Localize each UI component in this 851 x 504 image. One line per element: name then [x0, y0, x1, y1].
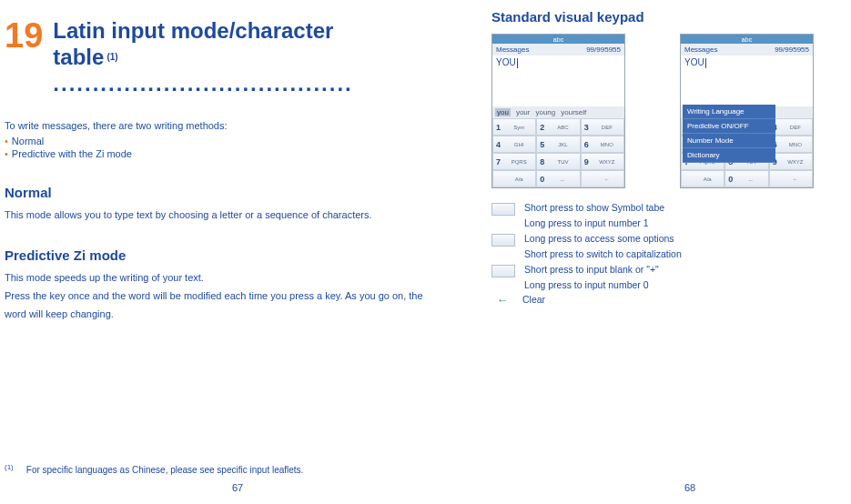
pred-2: your: [516, 108, 531, 116]
hint-1: Short press to show Symbol tabe: [524, 201, 664, 216]
keypad-screenshot-2: abc Messages 99/995955 YOU you your youn…: [680, 34, 814, 188]
menu-item-4: Dictionary: [683, 148, 775, 163]
pred-3: young: [535, 108, 555, 116]
section-pred-text2: Press the key once and the word will be …: [5, 287, 432, 324]
chapter-title-sup: (1): [106, 52, 117, 62]
bullet-item-1: •Normal: [5, 136, 432, 146]
keypad-key: 0⎵: [724, 170, 768, 187]
hint-3: Long press to access some options: [524, 232, 674, 247]
menu-item-2: Predictive ON/OFF: [683, 119, 775, 134]
page-number-left: 67: [232, 482, 243, 493]
chapter-number: 19: [5, 18, 43, 53]
menu-item-3: Number Mode: [683, 134, 775, 148]
bullet-item-2: •Predictive with the Zi mode: [5, 148, 432, 159]
section-pred-heading: Predictive Zi mode: [5, 247, 432, 263]
title-bar: Messages 99/995955: [492, 44, 624, 55]
bullet-label-2: Predictive with the Zi mode: [12, 148, 132, 159]
text-area-2: YOU: [681, 55, 813, 106]
keypad-key: 0⎵: [536, 170, 580, 187]
hint-key-1-icon: [491, 203, 515, 216]
keypad-key: 9WXYZ: [581, 153, 624, 170]
hint-5: Short press to input blank or "+": [524, 263, 659, 277]
section-pred-text1: This mode speeds up the writing of your …: [5, 270, 432, 286]
hint-2: Long press to input number 1: [524, 217, 649, 231]
text-area: YOU: [492, 55, 624, 106]
section-normal-text: This mode allows you to type text by cho…: [5, 207, 432, 223]
menu-item-1: Writing Language: [683, 105, 775, 119]
footnote: (1)For specific languages as Chinese, pl…: [5, 463, 303, 475]
title-bar-2: Messages 99/995955: [681, 44, 813, 55]
footnote-sup: (1): [5, 463, 14, 471]
hint-7: Clear: [522, 293, 545, 307]
char-counter: 99/995955: [586, 45, 621, 54]
right-heading: Standard visual keypad: [491, 9, 842, 25]
keypad-key: A/a: [492, 170, 536, 187]
prediction-bar: you your young yourself: [492, 106, 624, 118]
pred-4: yourself: [561, 108, 586, 116]
screen-title: Messages: [496, 45, 529, 54]
footnote-text: For specific languages as Chinese, pleas…: [26, 465, 304, 475]
keypad-key: 1Sym: [492, 118, 536, 136]
keypad-key: 2ABC: [536, 118, 580, 136]
keypad-key: 7PQRS: [492, 153, 536, 170]
status-bar-2: abc: [681, 35, 813, 44]
status-abc: abc: [553, 36, 563, 43]
hint-4: Short press to switch to capitalization: [524, 247, 682, 262]
keypad-key: A/a: [681, 170, 724, 187]
char-counter-2: 99/995955: [775, 45, 809, 54]
hint-6: Long press to input number 0: [524, 278, 649, 293]
hint-key-0-icon: [491, 265, 515, 277]
chapter-title-line1: Latin input mode/character: [53, 18, 333, 43]
section-normal-heading: Normal: [5, 185, 432, 200]
bullet-label-1: Normal: [12, 136, 44, 146]
keypad-key: ←: [769, 170, 813, 187]
keypad-key: 5JKL: [536, 136, 580, 153]
keypad-screenshot-1: abc Messages 99/995955 YOU you your youn…: [491, 34, 625, 188]
keypad-grid-1: 1Sym2ABC3DEF4GHI5JKL6MNO7PQRS8TUV9WXYZA/…: [492, 118, 624, 187]
keypad-key: 3DEF: [581, 118, 624, 136]
chapter-title-dots: ......................................: [53, 71, 352, 96]
keypad-key: 8TUV: [536, 153, 580, 170]
page-number-right: 68: [684, 482, 695, 493]
options-menu: Writing Language Predictive ON/OFF Numbe…: [683, 105, 775, 163]
hint-key-caps-icon: [491, 234, 515, 247]
key-hints: Short press to show Symbol tabe Long pre…: [491, 201, 842, 307]
intro-text: To write messages, there are two writing…: [5, 118, 432, 134]
status-abc-2: abc: [742, 36, 752, 43]
keypad-key: ←: [581, 170, 624, 187]
pred-1: you: [495, 108, 511, 116]
screen-title-2: Messages: [684, 45, 717, 54]
keypad-key: 4GHI: [492, 136, 536, 153]
hint-clear-icon: ←: [491, 295, 513, 306]
keypad-key: 6MNO: [581, 136, 624, 153]
chapter-title-line2: table: [53, 45, 104, 69]
status-bar: abc: [492, 35, 624, 44]
